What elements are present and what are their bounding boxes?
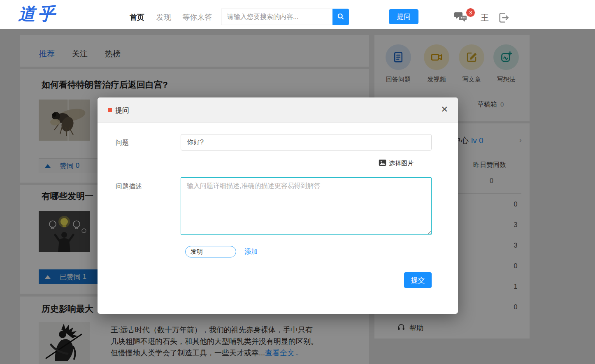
site-logo[interactable]: 道乎 (18, 2, 58, 26)
description-field-label: 问题描述 (116, 182, 142, 191)
choose-image-button[interactable]: 选择图片 (379, 159, 414, 167)
message-bubbles-icon (454, 18, 469, 25)
logout-icon (497, 19, 510, 26)
search-input[interactable] (221, 9, 332, 25)
add-tag-link[interactable]: 添加 (244, 248, 258, 256)
nav-item-home[interactable]: 首页 (130, 12, 144, 22)
question-field-label: 问题 (116, 139, 129, 147)
top-navbar: 道乎 首页 发现 等你来答 提问 3 王 (0, 0, 595, 29)
username-link[interactable]: 王 (481, 12, 489, 23)
ask-question-button[interactable]: 提问 (389, 9, 418, 24)
question-title-input[interactable] (181, 134, 432, 151)
modal-title: 提问 (115, 106, 129, 115)
nav-item-waiting-answers[interactable]: 等你来答 (182, 12, 212, 22)
tag-input[interactable] (185, 246, 236, 257)
search-icon (337, 12, 345, 22)
ask-question-modal: 提问 ✕ 问题 选择图片 问题描述 添加 提交 (98, 97, 458, 314)
close-icon[interactable]: ✕ (441, 104, 448, 114)
image-icon (379, 159, 386, 167)
choose-image-label: 选择图片 (389, 160, 414, 167)
logout-button[interactable] (497, 11, 510, 26)
message-count-badge: 3 (466, 8, 475, 17)
messages-button[interactable]: 3 (454, 11, 472, 25)
modal-header: 提问 ✕ (98, 97, 458, 123)
title-marker (108, 108, 112, 112)
submit-button[interactable]: 提交 (404, 272, 432, 288)
nav-item-discover[interactable]: 发现 (156, 12, 171, 22)
question-description-textarea[interactable] (181, 177, 432, 235)
search-button[interactable] (332, 9, 349, 25)
page: 道乎 首页 发现 等你来答 提问 3 王 (0, 0, 595, 364)
